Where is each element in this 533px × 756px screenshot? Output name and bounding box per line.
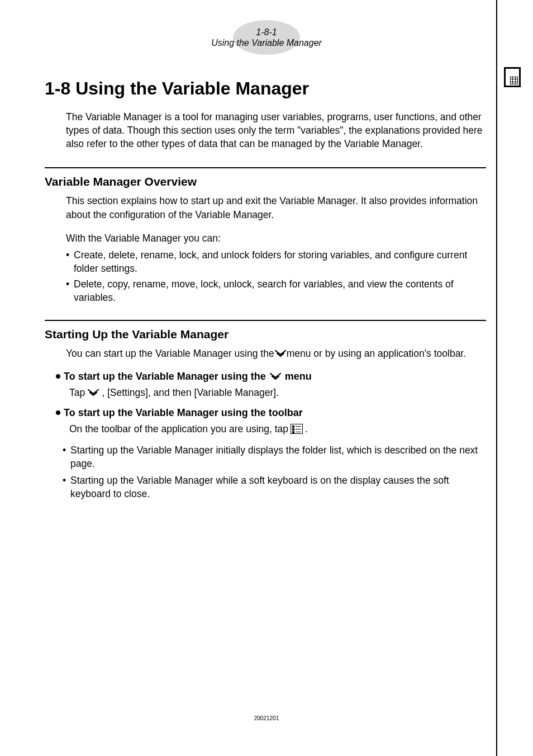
list-item: Create, delete, rename, lock, and unlock…	[66, 248, 486, 275]
header-page-title: Using the Variable Manager	[211, 37, 322, 48]
section-divider	[45, 320, 486, 321]
calculator-icon	[504, 67, 521, 87]
text-fragment: You can start up the Variable Manager us…	[66, 347, 274, 360]
overview-with-line: With the Variable Manager you can:	[66, 231, 486, 245]
settings-menu-icon	[87, 389, 99, 396]
subheading-menu: To start up the Variable Manager using t…	[56, 371, 486, 382]
starting-bullets: Starting up the Variable Manager initial…	[63, 443, 486, 501]
content-area: 1-8 Using the Variable Manager The Varia…	[45, 78, 486, 516]
header-page-ref: 1-8-1	[256, 27, 277, 37]
settings-menu-icon	[274, 349, 287, 357]
page-right-rule	[496, 0, 497, 756]
tap-instruction-toolbar: On the toolbar of the application you ar…	[69, 422, 486, 436]
variable-manager-toolbar-icon	[291, 424, 303, 434]
text-fragment: On the toolbar of the application you ar…	[69, 422, 288, 436]
section-heading-starting: Starting Up the Variable Manager	[45, 328, 486, 341]
tap-instruction-menu: Tap , [Settings], and then [Variable Man…	[69, 386, 486, 399]
overview-bullets: Create, delete, rename, lock, and unlock…	[66, 248, 486, 305]
section-divider	[45, 167, 486, 168]
header-badge: 1-8-1 Using the Variable Manager	[233, 20, 300, 55]
footer-date-code: 20021201	[254, 715, 279, 721]
subheading-text: menu	[285, 371, 312, 382]
subheading-text: To start up the Variable Manager using t…	[64, 371, 266, 382]
bullet-dot-icon	[56, 410, 60, 415]
bullet-dot-icon	[56, 374, 60, 379]
section-heading-overview: Variable Manager Overview	[45, 175, 486, 188]
page: 1-8-1 Using the Variable Manager 1-8 Usi…	[0, 0, 533, 756]
page-title: 1-8 Using the Variable Manager	[45, 78, 486, 99]
text-fragment: menu or by using an application's toolba…	[287, 347, 466, 360]
list-item: Delete, copy, rename, move, lock, unlock…	[66, 277, 486, 304]
text-fragment: , [Settings], and then [Variable Manager…	[102, 386, 279, 399]
overview-paragraph: This section explains how to start up an…	[66, 194, 486, 221]
calculator-keypad-icon	[510, 77, 518, 84]
intro-paragraph: The Variable Manager is a tool for manag…	[66, 110, 486, 150]
subheading-text: To start up the Variable Manager using t…	[64, 407, 303, 419]
text-fragment: .	[305, 422, 308, 436]
text-fragment: Tap	[69, 386, 85, 399]
subheading-toolbar: To start up the Variable Manager using t…	[56, 407, 486, 419]
list-item: Starting up the Variable Manager initial…	[63, 443, 486, 470]
settings-menu-icon	[269, 372, 282, 380]
starting-paragraph: You can start up the Variable Manager us…	[66, 347, 486, 360]
list-item: Starting up the Variable Manager while a…	[63, 474, 486, 500]
